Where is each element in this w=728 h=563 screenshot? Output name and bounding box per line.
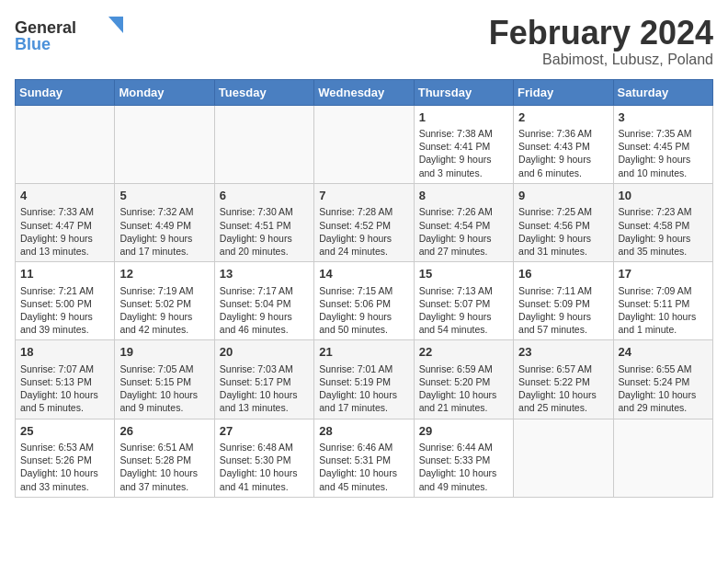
calendar-cell [613, 419, 712, 497]
header-tuesday: Tuesday [214, 79, 313, 105]
day-number: 3 [619, 109, 708, 126]
day-number: 28 [319, 423, 408, 440]
day-text: Sunrise: 7:38 AM Sunset: 4:41 PM Dayligh… [419, 127, 508, 179]
day-text: Sunrise: 7:13 AM Sunset: 5:07 PM Dayligh… [419, 284, 508, 337]
calendar-cell: 18Sunrise: 7:07 AM Sunset: 5:13 PM Dayli… [16, 340, 115, 419]
day-number: 16 [518, 266, 608, 282]
day-number: 26 [119, 423, 209, 440]
calendar-cell: 26Sunrise: 6:51 AM Sunset: 5:28 PM Dayli… [115, 419, 214, 497]
calendar-cell: 15Sunrise: 7:13 AM Sunset: 5:07 PM Dayli… [414, 262, 513, 340]
calendar-cell: 27Sunrise: 6:48 AM Sunset: 5:30 PM Dayli… [214, 419, 313, 497]
calendar-cell [16, 105, 115, 183]
calendar-week-1: 4Sunrise: 7:33 AM Sunset: 4:47 PM Daylig… [16, 183, 713, 261]
logo: General Blue [15, 15, 125, 55]
calendar-cell: 14Sunrise: 7:15 AM Sunset: 5:06 PM Dayli… [314, 262, 414, 340]
calendar-cell: 4Sunrise: 7:33 AM Sunset: 4:47 PM Daylig… [16, 183, 115, 261]
day-number: 23 [518, 344, 608, 361]
day-number: 18 [20, 344, 109, 361]
calendar-cell: 12Sunrise: 7:19 AM Sunset: 5:02 PM Dayli… [115, 262, 214, 340]
header-thursday: Thursday [414, 79, 513, 105]
svg-text:Blue: Blue [15, 35, 51, 53]
calendar-title: February 2024 [489, 15, 713, 52]
calendar-cell: 22Sunrise: 6:59 AM Sunset: 5:20 PM Dayli… [414, 340, 513, 419]
calendar-cell: 9Sunrise: 7:25 AM Sunset: 4:56 PM Daylig… [514, 183, 613, 261]
calendar-cell: 1Sunrise: 7:38 AM Sunset: 4:41 PM Daylig… [414, 105, 513, 183]
calendar-cell: 5Sunrise: 7:32 AM Sunset: 4:49 PM Daylig… [115, 183, 214, 261]
day-text: Sunrise: 7:26 AM Sunset: 4:54 PM Dayligh… [419, 205, 508, 258]
calendar-cell: 17Sunrise: 7:09 AM Sunset: 5:11 PM Dayli… [613, 262, 712, 340]
day-text: Sunrise: 7:32 AM Sunset: 4:49 PM Dayligh… [119, 205, 209, 258]
calendar-cell [514, 419, 613, 497]
calendar-week-2: 11Sunrise: 7:21 AM Sunset: 5:00 PM Dayli… [16, 262, 713, 340]
day-number: 4 [20, 188, 109, 204]
day-text: Sunrise: 7:28 AM Sunset: 4:52 PM Dayligh… [319, 205, 408, 258]
day-number: 20 [220, 344, 309, 361]
day-text: Sunrise: 7:30 AM Sunset: 4:51 PM Dayligh… [220, 205, 309, 258]
calendar-table: Sunday Monday Tuesday Wednesday Thursday… [15, 79, 713, 498]
calendar-cell: 6Sunrise: 7:30 AM Sunset: 4:51 PM Daylig… [214, 183, 313, 261]
calendar-cell: 19Sunrise: 7:05 AM Sunset: 5:15 PM Dayli… [115, 340, 214, 419]
calendar-cell: 25Sunrise: 6:53 AM Sunset: 5:26 PM Dayli… [16, 419, 115, 497]
day-text: Sunrise: 7:09 AM Sunset: 5:11 PM Dayligh… [619, 284, 708, 337]
day-text: Sunrise: 7:15 AM Sunset: 5:06 PM Dayligh… [319, 284, 408, 337]
calendar-header: Sunday Monday Tuesday Wednesday Thursday… [16, 79, 713, 105]
day-number: 27 [220, 423, 309, 440]
day-number: 11 [20, 266, 109, 282]
day-number: 17 [619, 266, 708, 282]
day-text: Sunrise: 6:46 AM Sunset: 5:31 PM Dayligh… [319, 441, 408, 493]
svg-marker-2 [108, 17, 123, 33]
calendar-cell: 2Sunrise: 7:36 AM Sunset: 4:43 PM Daylig… [514, 105, 613, 183]
calendar-week-3: 18Sunrise: 7:07 AM Sunset: 5:13 PM Dayli… [16, 340, 713, 419]
day-text: Sunrise: 7:11 AM Sunset: 5:09 PM Dayligh… [518, 284, 608, 337]
day-number: 15 [419, 266, 508, 282]
calendar-subtitle: Babimost, Lubusz, Poland [489, 52, 713, 68]
calendar-cell [214, 105, 313, 183]
page-header: General Blue February 2024 Babimost, Lub… [15, 15, 713, 68]
calendar-cell: 13Sunrise: 7:17 AM Sunset: 5:04 PM Dayli… [214, 262, 313, 340]
day-number: 14 [319, 266, 408, 282]
header-saturday: Saturday [613, 79, 712, 105]
day-text: Sunrise: 6:44 AM Sunset: 5:33 PM Dayligh… [419, 441, 508, 493]
calendar-body: 1Sunrise: 7:38 AM Sunset: 4:41 PM Daylig… [16, 105, 713, 497]
day-text: Sunrise: 7:25 AM Sunset: 4:56 PM Dayligh… [518, 205, 608, 258]
header-sunday: Sunday [16, 79, 115, 105]
calendar-week-4: 25Sunrise: 6:53 AM Sunset: 5:26 PM Dayli… [16, 419, 713, 497]
calendar-week-0: 1Sunrise: 7:38 AM Sunset: 4:41 PM Daylig… [16, 105, 713, 183]
calendar-cell: 21Sunrise: 7:01 AM Sunset: 5:19 PM Dayli… [314, 340, 414, 419]
calendar-cell: 16Sunrise: 7:11 AM Sunset: 5:09 PM Dayli… [514, 262, 613, 340]
day-text: Sunrise: 7:19 AM Sunset: 5:02 PM Dayligh… [119, 284, 209, 337]
day-number: 12 [119, 266, 209, 282]
day-text: Sunrise: 7:36 AM Sunset: 4:43 PM Dayligh… [518, 127, 608, 179]
header-row: Sunday Monday Tuesday Wednesday Thursday… [16, 79, 713, 105]
day-text: Sunrise: 7:05 AM Sunset: 5:15 PM Dayligh… [119, 362, 209, 415]
day-number: 5 [119, 188, 209, 204]
day-number: 25 [20, 423, 109, 440]
header-friday: Friday [514, 79, 613, 105]
calendar-cell: 24Sunrise: 6:55 AM Sunset: 5:24 PM Dayli… [613, 340, 712, 419]
day-text: Sunrise: 7:21 AM Sunset: 5:00 PM Dayligh… [20, 284, 109, 337]
day-text: Sunrise: 7:33 AM Sunset: 4:47 PM Dayligh… [20, 205, 109, 258]
calendar-cell: 28Sunrise: 6:46 AM Sunset: 5:31 PM Dayli… [314, 419, 414, 497]
day-text: Sunrise: 7:03 AM Sunset: 5:17 PM Dayligh… [220, 362, 309, 415]
day-number: 6 [220, 188, 309, 204]
header-monday: Monday [115, 79, 214, 105]
day-number: 1 [419, 109, 508, 126]
header-wednesday: Wednesday [314, 79, 414, 105]
calendar-cell [115, 105, 214, 183]
calendar-cell: 20Sunrise: 7:03 AM Sunset: 5:17 PM Dayli… [214, 340, 313, 419]
calendar-cell: 10Sunrise: 7:23 AM Sunset: 4:58 PM Dayli… [613, 183, 712, 261]
day-number: 10 [619, 188, 708, 204]
day-text: Sunrise: 6:48 AM Sunset: 5:30 PM Dayligh… [220, 441, 309, 493]
calendar-cell [314, 105, 414, 183]
calendar-cell: 11Sunrise: 7:21 AM Sunset: 5:00 PM Dayli… [16, 262, 115, 340]
day-number: 9 [518, 188, 608, 204]
day-number: 13 [220, 266, 309, 282]
day-number: 2 [518, 109, 608, 126]
day-text: Sunrise: 6:57 AM Sunset: 5:22 PM Dayligh… [518, 362, 608, 415]
svg-text:General: General [15, 18, 76, 37]
logo-svg: General Blue [15, 15, 125, 55]
calendar-cell: 23Sunrise: 6:57 AM Sunset: 5:22 PM Dayli… [514, 340, 613, 419]
day-number: 19 [119, 344, 209, 361]
day-number: 7 [319, 188, 408, 204]
day-text: Sunrise: 7:17 AM Sunset: 5:04 PM Dayligh… [220, 284, 309, 337]
